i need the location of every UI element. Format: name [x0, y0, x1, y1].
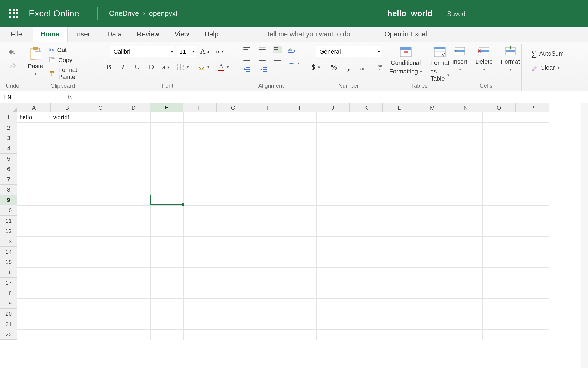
- cell-C22[interactable]: [84, 329, 117, 340]
- cell-J14[interactable]: [316, 247, 350, 257]
- cell-F9[interactable]: [183, 195, 217, 205]
- cut-button[interactable]: ✂ Cut: [49, 46, 66, 54]
- insert-cells-button[interactable]: Insert ▾: [452, 46, 467, 72]
- align-middle-button[interactable]: [258, 46, 267, 53]
- autosum-button[interactable]: ∑ AutoSum: [529, 48, 565, 59]
- cell-D7[interactable]: [117, 174, 150, 185]
- cell-H22[interactable]: [250, 329, 283, 340]
- cell-H9[interactable]: [250, 195, 283, 205]
- cell-E18[interactable]: [150, 288, 183, 298]
- cell-O14[interactable]: [482, 247, 516, 257]
- cell-P5[interactable]: [516, 154, 549, 164]
- cell-G10[interactable]: [217, 205, 250, 216]
- row-header-8[interactable]: 8: [0, 185, 17, 195]
- cell-E2[interactable]: [150, 122, 183, 133]
- cell-F10[interactable]: [183, 205, 217, 216]
- cell-K4[interactable]: [350, 143, 383, 154]
- cell-A9[interactable]: [17, 195, 51, 205]
- cell-B18[interactable]: [51, 288, 84, 298]
- cell-A2[interactable]: [17, 122, 51, 133]
- cell-F6[interactable]: [183, 164, 217, 174]
- cell-G7[interactable]: [217, 174, 250, 185]
- cell-K15[interactable]: [350, 257, 383, 267]
- cell-P22[interactable]: [516, 329, 549, 340]
- cell-F7[interactable]: [183, 174, 217, 185]
- format-as-table-button[interactable]: Az Format as Table▾: [430, 46, 449, 82]
- cell-M14[interactable]: [416, 247, 449, 257]
- cell-P11[interactable]: [516, 216, 549, 226]
- cell-E8[interactable]: [150, 185, 183, 195]
- tab-view[interactable]: View: [167, 27, 197, 42]
- cell-K20[interactable]: [350, 309, 383, 319]
- cell-B12[interactable]: [51, 226, 84, 236]
- cell-I3[interactable]: [283, 133, 316, 143]
- cell-A22[interactable]: [17, 329, 51, 340]
- cell-E3[interactable]: [150, 133, 183, 143]
- row-header-18[interactable]: 18: [0, 288, 17, 298]
- cell-J6[interactable]: [316, 164, 350, 174]
- align-top-button[interactable]: [242, 46, 252, 53]
- cell-C2[interactable]: [84, 122, 117, 133]
- align-center-button[interactable]: [258, 56, 267, 63]
- cell-G11[interactable]: [217, 216, 250, 226]
- cell-A12[interactable]: [17, 226, 51, 236]
- cell-I17[interactable]: [283, 278, 316, 288]
- cell-L9[interactable]: [383, 195, 416, 205]
- cell-I22[interactable]: [283, 329, 316, 340]
- wrap-text-button[interactable]: ab: [287, 47, 300, 55]
- cell-B16[interactable]: [51, 267, 84, 278]
- cell-N6[interactable]: [449, 164, 482, 174]
- cell-J19[interactable]: [316, 298, 350, 309]
- grow-font-button[interactable]: A▴: [199, 46, 211, 57]
- cell-B19[interactable]: [51, 298, 84, 309]
- cell-N20[interactable]: [449, 309, 482, 319]
- cell-L3[interactable]: [383, 133, 416, 143]
- cell-K17[interactable]: [350, 278, 383, 288]
- cell-C21[interactable]: [84, 319, 117, 329]
- cell-L20[interactable]: [383, 309, 416, 319]
- cell-J18[interactable]: [316, 288, 350, 298]
- cell-L22[interactable]: [383, 329, 416, 340]
- cell-P10[interactable]: [516, 205, 549, 216]
- column-header-P[interactable]: P: [516, 103, 549, 112]
- cell-E1[interactable]: [150, 112, 183, 122]
- cell-H18[interactable]: [250, 288, 283, 298]
- cell-P17[interactable]: [516, 278, 549, 288]
- cell-O3[interactable]: [482, 133, 516, 143]
- cell-B17[interactable]: [51, 278, 84, 288]
- cell-N12[interactable]: [449, 226, 482, 236]
- column-header-A[interactable]: A: [17, 103, 51, 112]
- cell-L6[interactable]: [383, 164, 416, 174]
- clear-button[interactable]: Clear ▾: [529, 63, 561, 72]
- cell-P12[interactable]: [516, 226, 549, 236]
- cell-H17[interactable]: [250, 278, 283, 288]
- cell-C14[interactable]: [84, 247, 117, 257]
- cell-O4[interactable]: [482, 143, 516, 154]
- cell-O22[interactable]: [482, 329, 516, 340]
- column-header-B[interactable]: B: [51, 103, 84, 112]
- cell-N11[interactable]: [449, 216, 482, 226]
- cell-B14[interactable]: [51, 247, 84, 257]
- cell-N16[interactable]: [449, 267, 482, 278]
- cell-O12[interactable]: [482, 226, 516, 236]
- cell-H4[interactable]: [250, 143, 283, 154]
- cell-P20[interactable]: [516, 309, 549, 319]
- cell-M15[interactable]: [416, 257, 449, 267]
- cell-J10[interactable]: [316, 205, 350, 216]
- cell-J2[interactable]: [316, 122, 350, 133]
- copy-button[interactable]: Copy: [49, 57, 72, 64]
- cell-N8[interactable]: [449, 185, 482, 195]
- cell-H13[interactable]: [250, 236, 283, 247]
- cell-I14[interactable]: [283, 247, 316, 257]
- cell-K6[interactable]: [350, 164, 383, 174]
- cell-E6[interactable]: [150, 164, 183, 174]
- cell-M2[interactable]: [416, 122, 449, 133]
- cell-I6[interactable]: [283, 164, 316, 174]
- cell-P3[interactable]: [516, 133, 549, 143]
- cell-H10[interactable]: [250, 205, 283, 216]
- cell-A4[interactable]: [17, 143, 51, 154]
- cell-O9[interactable]: [482, 195, 516, 205]
- cell-P6[interactable]: [516, 164, 549, 174]
- cell-J17[interactable]: [316, 278, 350, 288]
- cell-M8[interactable]: [416, 185, 449, 195]
